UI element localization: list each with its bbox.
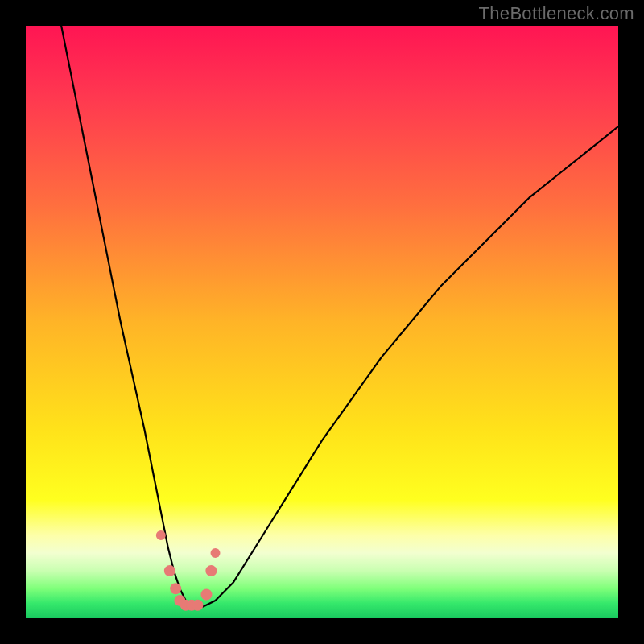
highlight-point [205,565,217,576]
highlight-point [211,548,221,558]
gradient-background [26,26,618,618]
highlight-point [164,565,175,576]
watermark-text: TheBottleneck.com [479,3,634,24]
highlight-point [156,530,166,540]
highlight-point [200,589,212,601]
plot-area [26,26,618,618]
highlight-point [192,600,203,611]
chart-svg [26,26,618,618]
highlight-point [170,583,181,594]
chart-frame: TheBottleneck.com [0,0,644,644]
